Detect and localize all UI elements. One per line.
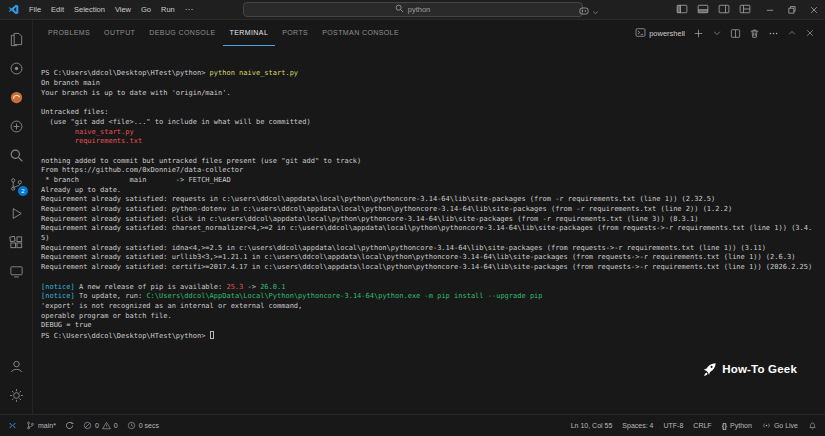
language-mode[interactable]: {} Python xyxy=(722,422,752,429)
tab-terminal[interactable]: TERMINAL xyxy=(223,20,276,46)
close-button[interactable] xyxy=(803,0,825,20)
warnings-icon xyxy=(102,421,111,430)
indentation[interactable]: Spaces: 4 xyxy=(622,422,653,429)
terminal-line: PS C:\Users\ddcol\Desktop\HTest\python> … xyxy=(41,69,825,79)
tab-problems[interactable]: PROBLEMS xyxy=(41,20,97,46)
tab-postman-console[interactable]: POSTMAN CONSOLE xyxy=(315,20,406,46)
menu-run[interactable]: Run xyxy=(156,5,180,14)
search-icon xyxy=(395,4,404,15)
activity-bar-item-source-control[interactable]: 2 xyxy=(3,170,29,199)
window-controls xyxy=(759,0,825,20)
search-icon xyxy=(9,148,24,163)
toggle-primary-sidebar-button[interactable] xyxy=(676,3,688,15)
panel-header: PROBLEMSOUTPUTDEBUG CONSOLETERMINALPORTS… xyxy=(33,20,825,46)
minimize-button[interactable] xyxy=(759,0,781,20)
terminal-line: 5) xyxy=(41,234,825,244)
branch-indicator[interactable]: main* xyxy=(26,421,56,430)
tab-output[interactable]: OUTPUT xyxy=(97,20,142,46)
terminal-line: operable program or batch file. xyxy=(41,312,825,322)
search-value: python xyxy=(408,5,431,14)
split-terminal-button[interactable] xyxy=(730,28,741,39)
activity-bar-item-accounts[interactable] xyxy=(3,352,29,381)
activity-bar-item-remote-explorer[interactable] xyxy=(3,257,29,286)
terminal-line: (use "git add <file>..." to include in w… xyxy=(41,118,825,128)
menu-file[interactable]: File xyxy=(24,5,46,14)
encoding[interactable]: UTF-8 xyxy=(664,422,684,429)
toggle-panel-button[interactable] xyxy=(697,3,709,15)
activity-bar: 2 xyxy=(0,20,33,414)
clock-icon xyxy=(127,421,136,430)
terminal-line: Requirement already satisfied: urllib3<3… xyxy=(41,253,825,263)
titlebar: FileEditSelectionViewGoRun ⋯ python xyxy=(0,0,825,20)
sync-indicator[interactable] xyxy=(65,421,74,430)
activity-bar-item-run-debug[interactable] xyxy=(3,199,29,228)
terminal-line: Untracked files: xyxy=(41,108,825,118)
command-center-search[interactable]: python xyxy=(243,2,583,17)
menu-view[interactable]: View xyxy=(110,5,136,14)
activity-bar-item-extension-2[interactable] xyxy=(3,83,29,112)
sync-icon xyxy=(65,421,74,430)
panel-more-actions-button[interactable] xyxy=(768,28,779,39)
activity-bar-item-search[interactable] xyxy=(3,141,29,170)
status-bar-left: main* 0 0 0 secs xyxy=(8,421,159,430)
tab-ports[interactable]: PORTS xyxy=(275,20,315,46)
terminal-output[interactable]: PS C:\Users\ddcol\Desktop\HTest\python> … xyxy=(41,69,825,340)
menu-overflow-button[interactable]: ⋯ xyxy=(180,5,198,14)
customize-layout-button[interactable] xyxy=(739,3,751,15)
main-area: 2 PROBLEMSOUTPUTDEBUG CONSOLETERMINALPOR xyxy=(0,20,825,414)
status-bar: main* 0 0 0 secs Ln 10, Col 55 Spaces: 4… xyxy=(0,414,825,436)
timer-indicator[interactable]: 0 secs xyxy=(127,421,159,430)
language-label: Python xyxy=(730,422,752,429)
problems-indicator[interactable]: 0 0 xyxy=(83,421,118,430)
eol-sequence[interactable]: CRLF xyxy=(693,422,711,429)
vscode-window: FileEditSelectionViewGoRun ⋯ python xyxy=(0,0,825,436)
activity-bar-item-extension-3[interactable] xyxy=(3,112,29,141)
warnings-count: 0 xyxy=(114,422,118,429)
activity-bar-item-explorer[interactable] xyxy=(3,25,29,54)
terminal-shell-select[interactable]: powershell xyxy=(635,27,685,40)
go-live[interactable]: Go Live xyxy=(762,421,798,430)
restore-button[interactable] xyxy=(781,0,803,20)
terminal-line: Requirement already satisfied: python-do… xyxy=(41,205,825,215)
activity-bar-item-extensions[interactable] xyxy=(3,228,29,257)
explorer-icon xyxy=(9,32,24,47)
activity-bar-item-extension-1[interactable] xyxy=(3,54,29,83)
terminal-dropdown-button[interactable] xyxy=(712,28,722,38)
watermark-text: How-To Geek xyxy=(722,365,797,375)
toggle-secondary-sidebar-button[interactable] xyxy=(718,3,730,15)
menu-go[interactable]: Go xyxy=(136,5,156,14)
cursor-position[interactable]: Ln 10, Col 55 xyxy=(571,422,613,429)
run-debug-icon xyxy=(9,206,24,221)
terminal-line: nothing added to commit but untracked fi… xyxy=(41,157,825,167)
terminal-line: 'export' is not recognized as an interna… xyxy=(41,302,825,312)
go-live-label: Go Live xyxy=(774,422,798,429)
menu-edit[interactable]: Edit xyxy=(46,5,69,14)
kill-terminal-button[interactable] xyxy=(749,28,760,39)
terminal-line: Requirement already satisfied: charset_n… xyxy=(41,224,825,234)
extension-3-icon xyxy=(9,119,24,134)
git-branch-icon xyxy=(26,421,35,430)
terminal-line: naive_start.py xyxy=(41,128,825,138)
terminal-line xyxy=(41,147,825,157)
new-terminal-button[interactable] xyxy=(693,28,704,39)
activity-bar-item-settings[interactable] xyxy=(3,381,29,410)
notifications[interactable] xyxy=(808,421,817,430)
watermark: How-To Geek xyxy=(661,352,797,388)
layout-controls xyxy=(676,3,751,15)
terminal-line: Requirement already satisfied: idna<4,>=… xyxy=(41,244,825,254)
remote-explorer-icon xyxy=(9,264,24,279)
menu-selection[interactable]: Selection xyxy=(69,5,110,14)
rocket-icon xyxy=(661,352,717,388)
gear-icon xyxy=(9,388,24,403)
powershell-icon xyxy=(635,27,646,40)
terminal-line: DEBUG = true xyxy=(41,321,825,331)
panel-actions: powershell xyxy=(635,27,825,40)
remote-icon xyxy=(8,421,17,430)
restore-panel-size-button[interactable] xyxy=(787,28,797,38)
terminal-line: On branch main xyxy=(41,79,825,89)
close-panel-button[interactable] xyxy=(805,28,815,38)
copilot-button[interactable] xyxy=(578,3,600,21)
remote-indicator[interactable] xyxy=(8,421,17,430)
bell-icon xyxy=(808,421,817,430)
tab-debug-console[interactable]: DEBUG CONSOLE xyxy=(142,20,222,46)
